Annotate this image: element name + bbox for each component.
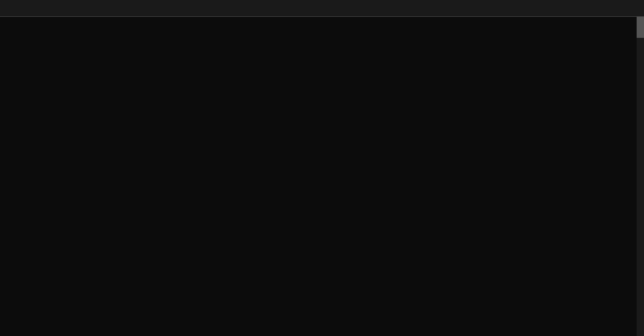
scrollbar-track[interactable] xyxy=(637,17,644,336)
app-icon xyxy=(5,3,16,14)
console-output xyxy=(0,17,644,336)
window-controls xyxy=(564,0,639,17)
minimize-button[interactable] xyxy=(564,0,588,17)
close-button[interactable] xyxy=(615,0,639,17)
scrollbar-thumb[interactable] xyxy=(637,17,644,38)
maximize-button[interactable] xyxy=(589,0,613,17)
titlebar xyxy=(0,0,644,17)
